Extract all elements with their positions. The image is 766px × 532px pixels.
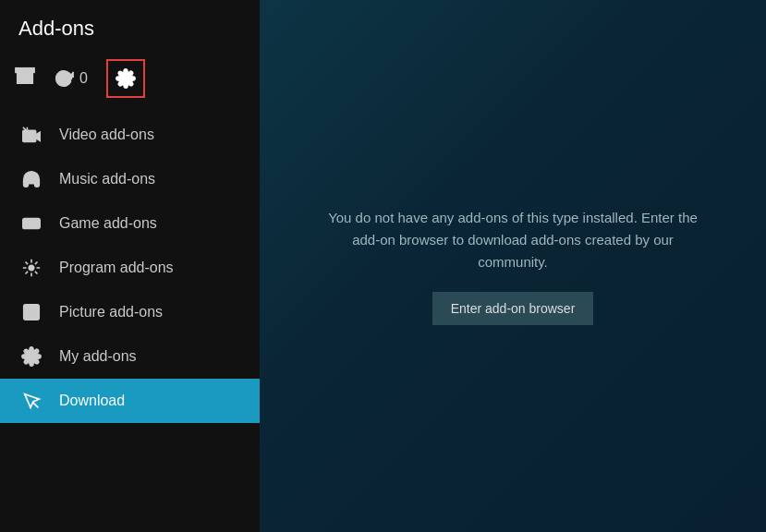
sidebar-item-label: My add-ons <box>59 348 137 365</box>
video-icon <box>18 125 44 145</box>
sidebar-item-download[interactable]: Download <box>0 379 260 423</box>
package-icon[interactable] <box>15 66 35 91</box>
sidebar-item-label: Picture add-ons <box>59 304 163 320</box>
svg-point-8 <box>36 224 38 225</box>
sidebar-item-music[interactable]: Music add-ons <box>0 157 260 201</box>
sidebar-item-picture[interactable]: Picture add-ons <box>0 290 260 334</box>
message-area: You do not have any add-ons of this type… <box>328 207 698 325</box>
refresh-counter[interactable]: 0 <box>54 68 88 89</box>
enter-browser-button[interactable]: Enter add-on browser <box>432 292 594 325</box>
sidebar: Add-ons 0 <box>0 0 260 532</box>
sidebar-item-label: Download <box>59 393 125 409</box>
game-icon <box>18 213 44 234</box>
toolbar: 0 <box>0 50 260 113</box>
svg-point-11 <box>27 308 30 310</box>
program-icon <box>18 258 44 278</box>
svg-point-9 <box>29 265 34 271</box>
sidebar-item-label: Game add-ons <box>59 215 157 232</box>
myaddon-icon <box>18 346 44 367</box>
sidebar-item-program[interactable]: Program add-ons <box>0 246 260 290</box>
nav-list: Video add-ons Music add-ons <box>0 113 260 532</box>
music-icon <box>18 169 44 189</box>
page-title: Add-ons <box>0 0 260 50</box>
empty-message: You do not have any add-ons of this type… <box>328 207 698 273</box>
download-icon <box>18 391 44 411</box>
svg-rect-3 <box>23 130 36 141</box>
svg-line-13 <box>33 403 39 408</box>
sidebar-item-label: Program add-ons <box>59 260 174 276</box>
sidebar-item-video[interactable]: Video add-ons <box>0 113 260 157</box>
sidebar-item-game[interactable]: Game add-ons <box>0 201 260 246</box>
sidebar-item-label: Music add-ons <box>59 171 155 187</box>
settings-button[interactable] <box>106 59 145 98</box>
sidebar-item-label: Video add-ons <box>59 127 154 143</box>
picture-icon <box>18 302 44 322</box>
sidebar-item-myaddon[interactable]: My add-ons <box>0 334 260 379</box>
refresh-count: 0 <box>79 70 88 87</box>
main-content: You do not have any add-ons of this type… <box>260 0 766 532</box>
svg-rect-0 <box>16 68 34 73</box>
